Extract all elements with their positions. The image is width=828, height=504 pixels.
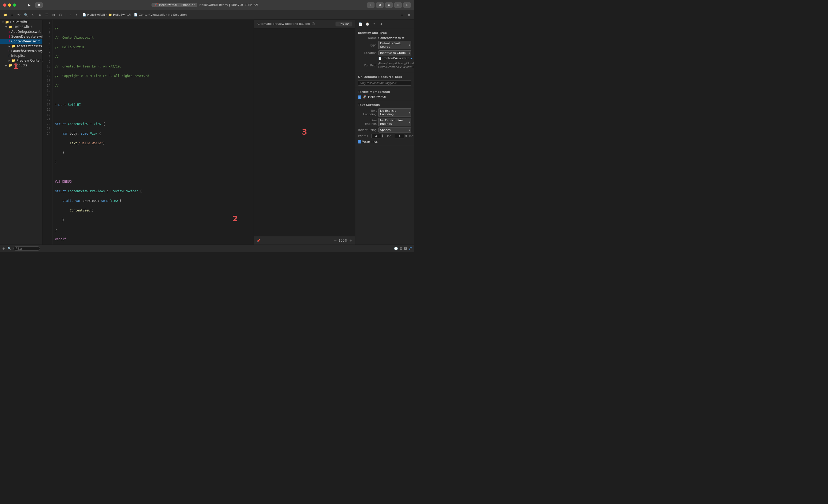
indent-stepper-down[interactable]: ▼ — [406, 136, 407, 138]
text-settings-title: Text Settings — [358, 103, 411, 107]
sidebar-item-root[interactable]: ▼ 📁 HelloSwiftUI — [0, 20, 42, 25]
preview-panel: Automatic preview updating paused ⓘ Resu… — [254, 20, 355, 245]
annotation-3: 3 — [302, 128, 307, 136]
titlebar-right: + ⇄ ▣ ⊟ ⊞ — [367, 2, 411, 8]
zoom-level: 100% — [338, 239, 347, 242]
scheme-selector[interactable]: 🚀 HelloSwiftUI › iPhone Xr — [152, 3, 197, 7]
sidebar-item-assets[interactable]: ▶ 📁 Assets.xcassets — [0, 44, 42, 48]
fullscreen-button[interactable] — [13, 3, 16, 7]
tab-width-input[interactable] — [371, 134, 381, 138]
forward-button[interactable]: › — [74, 12, 79, 17]
preview-toolbar: Automatic preview updating paused ⓘ Resu… — [254, 20, 355, 28]
target-section: Target Membership ✓ 🚀 HelloSwiftUI — [355, 88, 414, 101]
history-icon[interactable]: ⌬ — [57, 12, 64, 18]
close-button[interactable] — [3, 3, 6, 7]
fullpath-label: Full Path — [358, 64, 377, 67]
filter-input[interactable] — [13, 246, 40, 251]
zoom-in-button[interactable]: + — [349, 239, 353, 243]
sidebar-item-contentview[interactable]: S ContentView.swift — [0, 39, 42, 44]
list-icon[interactable]: ☰ — [44, 12, 50, 18]
breadcrumb-item-4[interactable]: No Selection — [168, 13, 187, 16]
sidebar-item-appdelegate[interactable]: S AppDelegate.swift — [0, 29, 42, 34]
layout-btn-4[interactable]: ⊞ — [403, 2, 411, 8]
layout-btn-1[interactable]: ⇄ — [376, 2, 384, 8]
sidebar-item-infoplist[interactable]: P Info.plist — [0, 53, 42, 58]
swift-file-icon-2: S — [8, 35, 10, 38]
grid-status-icon[interactable]: ⊞ — [400, 247, 402, 250]
encoding-select-wrap: No Explicit Encoding ▼ — [378, 108, 411, 117]
test-icon[interactable]: ◈ — [37, 12, 43, 18]
products-label: Products — [13, 64, 27, 67]
chevron-icon: › — [178, 3, 179, 7]
inspector-toggle-icon[interactable]: ⊟ — [399, 12, 405, 18]
lineendings-select[interactable]: No Explicit Line Endings — [378, 118, 411, 126]
sidebar-item-previewcontent[interactable]: ▶ 📁 Preview Content — [0, 58, 42, 63]
code-editor[interactable]: 12345 678910 1112131415 1617181920 21222… — [43, 20, 254, 245]
device-label: iPhone Xr — [180, 3, 195, 7]
clock-icon[interactable]: 🕐 — [394, 247, 398, 250]
encoding-label: Text Encoding — [358, 109, 377, 116]
target-checkbox[interactable]: ✓ — [358, 95, 361, 99]
code-text[interactable]: // // ContentView.swift // HelloSwiftUI … — [53, 20, 254, 245]
fullpath-row: Full Path /Users/tienlp/Library/CloudSto… — [358, 61, 411, 70]
attributes-icon[interactable]: ≡ — [406, 12, 412, 18]
grid-icon[interactable]: ⊞ — [51, 12, 56, 18]
search-icon[interactable]: 🔍 — [23, 12, 29, 18]
tags-input[interactable] — [358, 80, 411, 86]
inspector-tab-file[interactable]: 📄 — [358, 21, 363, 27]
layout-btn-2[interactable]: ▣ — [385, 2, 392, 8]
type-label: Type — [358, 43, 377, 47]
indent-stepper[interactable]: ▲ ▼ — [406, 134, 407, 138]
stop-button[interactable]: ■ — [35, 2, 43, 8]
zoom-out-button[interactable]: − — [334, 239, 337, 243]
resume-button[interactable]: Resume — [336, 22, 353, 27]
debug-icon[interactable]: ⊞ — [9, 12, 15, 18]
scheme-icon: 🚀 — [154, 3, 158, 7]
sidebar-item-launchscreen[interactable]: S LaunchScreen.storyboard — [0, 48, 42, 53]
previewcontent-label: Preview Content — [16, 59, 43, 62]
lineendings-select-wrap: No Explicit Line Endings ▼ — [378, 118, 411, 126]
tab-stepper[interactable]: ▲ ▼ — [382, 134, 383, 138]
run-button[interactable]: ▶ — [26, 2, 33, 8]
breadcrumb-item-1[interactable]: HelloSwiftUI — [87, 13, 105, 16]
lineendings-label: Line Endings — [358, 119, 377, 126]
layout-btn-3[interactable]: ⊟ — [394, 2, 402, 8]
inspector-tab-help[interactable]: ? — [371, 21, 377, 27]
tag-icon[interactable]: 🏷 — [409, 247, 412, 250]
zoom-controls: − 100% + — [334, 239, 353, 243]
sidebar-item-scenedelegate[interactable]: S SceneDelegate.swift — [0, 34, 42, 39]
wraplines-label: Wrap lines — [362, 140, 378, 143]
main-layout: ▼ 📁 HelloSwiftUI ▼ 📁 HelloSwiftUI S AppD… — [0, 20, 414, 245]
fullpath-value: /Users/tienlp/Library/CloudStorage/iClou… — [378, 61, 414, 70]
expand-icon: ▼ — [5, 26, 7, 28]
sidebar-group-label: HelloSwiftUI — [13, 25, 33, 29]
back-button[interactable]: ‹ — [68, 12, 73, 17]
location-select[interactable]: Relative to Group — [378, 50, 411, 55]
type-select[interactable]: Default - Swift Source — [378, 41, 411, 49]
folder-icon: 📁 — [5, 20, 9, 24]
breadcrumb-item-3[interactable]: ContentView.swift — [139, 13, 165, 16]
lineendings-row: Line Endings No Explicit Line Endings ▼ — [358, 118, 411, 126]
source-control-icon[interactable]: ⌥ — [16, 12, 22, 18]
type-row: Type Default - Swift Source ▼ — [358, 41, 411, 49]
indent-width-input[interactable] — [395, 134, 404, 138]
traffic-lights — [3, 3, 16, 7]
minimize-button[interactable] — [8, 3, 11, 7]
indent-select[interactable]: Spaces — [378, 127, 411, 132]
line-numbers: 12345 678910 1112131415 1617181920 21222… — [43, 20, 53, 245]
photo-icon[interactable]: 🖼 — [404, 247, 407, 250]
warning-icon[interactable]: ⚠ — [30, 12, 36, 18]
encoding-select[interactable]: No Explicit Encoding — [378, 108, 411, 117]
add-button[interactable]: + — [367, 2, 375, 8]
pin-icon[interactable]: 📌 — [257, 239, 261, 242]
breadcrumb-item-2[interactable]: HelloSwiftUI — [113, 13, 131, 16]
inspector-tab-quick[interactable]: ⌚ — [364, 21, 370, 27]
sidebar-item-helloswiftui[interactable]: ▼ 📁 HelloSwiftUI — [0, 25, 42, 29]
sidebar-item-products[interactable]: ▶ 📁 Products — [0, 63, 42, 68]
wraplines-checkbox[interactable]: ✓ — [358, 140, 361, 143]
add-item-button[interactable]: + — [2, 246, 5, 251]
inspector-tab-download[interactable]: ⬇ — [378, 21, 384, 27]
navigator-icon[interactable]: 📁 — [2, 12, 8, 18]
tab-stepper-down[interactable]: ▼ — [382, 136, 383, 138]
file-name-value: ContentView.swift — [382, 56, 409, 60]
